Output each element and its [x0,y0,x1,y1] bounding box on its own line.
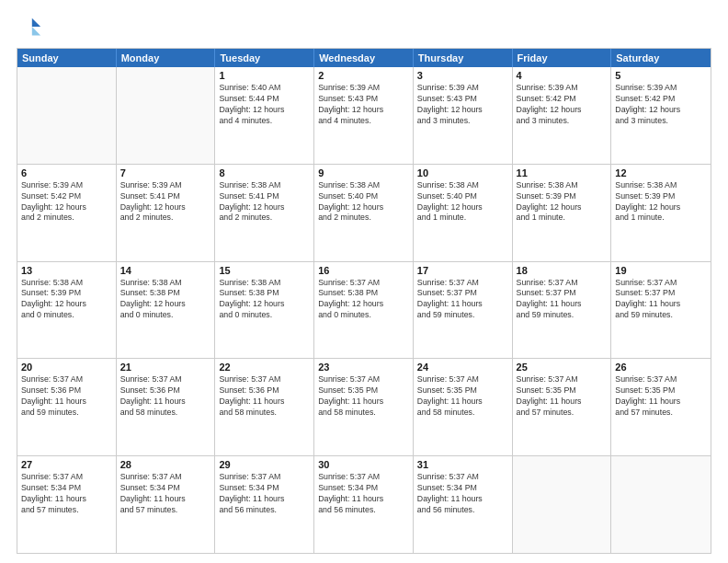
header-cell-saturday: Saturday [611,49,711,67]
cell-content: Sunrise: 5:40 AM Sunset: 5:44 PM Dayligh… [219,83,310,127]
calendar-cell: 18Sunrise: 5:37 AM Sunset: 5:37 PM Dayli… [513,262,612,359]
day-number: 25 [517,362,608,373]
cell-content: Sunrise: 5:39 AM Sunset: 5:43 PM Dayligh… [417,83,508,127]
day-number: 4 [517,70,608,81]
cell-content: Sunrise: 5:37 AM Sunset: 5:34 PM Dayligh… [21,472,112,516]
calendar-cell: 24Sunrise: 5:37 AM Sunset: 5:35 PM Dayli… [414,359,513,455]
calendar-body: 1Sunrise: 5:40 AM Sunset: 5:44 PM Daylig… [17,67,711,553]
day-number: 7 [120,167,211,178]
day-number: 31 [417,459,508,470]
day-number: 18 [517,265,608,276]
day-number: 17 [417,265,508,276]
day-number: 30 [318,459,409,470]
calendar-cell: 3Sunrise: 5:39 AM Sunset: 5:43 PM Daylig… [414,67,513,164]
day-number: 19 [615,265,707,276]
calendar-cell: 30Sunrise: 5:37 AM Sunset: 5:34 PM Dayli… [314,456,414,553]
calendar-row: 6Sunrise: 5:39 AM Sunset: 5:42 PM Daylig… [17,164,711,261]
cell-content: Sunrise: 5:39 AM Sunset: 5:42 PM Dayligh… [21,180,112,224]
calendar-cell: 17Sunrise: 5:37 AM Sunset: 5:37 PM Dayli… [414,262,513,359]
cell-content: Sunrise: 5:37 AM Sunset: 5:36 PM Dayligh… [120,374,211,419]
day-number: 27 [21,459,112,470]
header [17,15,711,40]
calendar-cell: 19Sunrise: 5:37 AM Sunset: 5:37 PM Dayli… [611,262,711,359]
header-cell-tuesday: Tuesday [215,49,314,67]
cell-content: Sunrise: 5:37 AM Sunset: 5:37 PM Dayligh… [615,278,707,322]
calendar-cell: 5Sunrise: 5:39 AM Sunset: 5:42 PM Daylig… [611,67,711,164]
calendar-row: 20Sunrise: 5:37 AM Sunset: 5:36 PM Dayli… [17,358,711,455]
day-number: 22 [219,362,310,373]
cell-content: Sunrise: 5:37 AM Sunset: 5:36 PM Dayligh… [21,374,112,419]
header-cell-monday: Monday [117,49,216,67]
calendar-cell: 12Sunrise: 5:38 AM Sunset: 5:39 PM Dayli… [611,165,711,261]
day-number: 15 [219,265,310,276]
header-cell-wednesday: Wednesday [314,49,414,67]
calendar-cell [611,456,711,553]
day-number: 13 [21,265,112,276]
calendar-cell: 29Sunrise: 5:37 AM Sunset: 5:34 PM Dayli… [215,456,314,553]
calendar-cell [17,67,117,164]
header-cell-thursday: Thursday [414,49,513,67]
day-number: 24 [417,362,508,373]
calendar-cell: 26Sunrise: 5:37 AM Sunset: 5:35 PM Dayli… [611,359,711,455]
day-number: 5 [615,70,707,81]
calendar-cell: 31Sunrise: 5:37 AM Sunset: 5:34 PM Dayli… [414,456,513,553]
day-number: 10 [417,167,508,178]
calendar-row: 27Sunrise: 5:37 AM Sunset: 5:34 PM Dayli… [17,455,711,553]
svg-marker-1 [32,27,40,35]
calendar: SundayMondayTuesdayWednesdayThursdayFrid… [17,48,711,554]
day-number: 1 [219,70,310,81]
cell-content: Sunrise: 5:37 AM Sunset: 5:35 PM Dayligh… [615,374,707,419]
logo [17,15,44,40]
calendar-cell: 28Sunrise: 5:37 AM Sunset: 5:34 PM Dayli… [117,456,216,553]
cell-content: Sunrise: 5:37 AM Sunset: 5:36 PM Dayligh… [219,374,310,419]
calendar-cell: 8Sunrise: 5:38 AM Sunset: 5:41 PM Daylig… [215,165,314,261]
calendar-row: 13Sunrise: 5:38 AM Sunset: 5:39 PM Dayli… [17,261,711,359]
day-number: 11 [517,167,608,178]
svg-marker-0 [32,18,40,27]
day-number: 3 [417,70,508,81]
calendar-cell: 23Sunrise: 5:37 AM Sunset: 5:35 PM Dayli… [314,359,414,455]
calendar-cell: 14Sunrise: 5:38 AM Sunset: 5:38 PM Dayli… [117,262,216,359]
cell-content: Sunrise: 5:37 AM Sunset: 5:37 PM Dayligh… [417,278,508,322]
calendar-cell: 4Sunrise: 5:39 AM Sunset: 5:42 PM Daylig… [513,67,612,164]
day-number: 12 [615,167,707,178]
day-number: 6 [21,167,112,178]
cell-content: Sunrise: 5:39 AM Sunset: 5:42 PM Dayligh… [615,83,707,127]
cell-content: Sunrise: 5:38 AM Sunset: 5:40 PM Dayligh… [417,180,508,224]
calendar-cell: 2Sunrise: 5:39 AM Sunset: 5:43 PM Daylig… [314,67,414,164]
calendar-cell: 7Sunrise: 5:39 AM Sunset: 5:41 PM Daylig… [117,165,216,261]
calendar-cell: 13Sunrise: 5:38 AM Sunset: 5:39 PM Dayli… [17,262,117,359]
calendar-cell: 22Sunrise: 5:37 AM Sunset: 5:36 PM Dayli… [215,359,314,455]
calendar-header: SundayMondayTuesdayWednesdayThursdayFrid… [17,49,711,67]
calendar-cell [117,67,216,164]
calendar-cell [513,456,612,553]
day-number: 20 [21,362,112,373]
day-number: 28 [120,459,211,470]
day-number: 16 [318,265,409,276]
cell-content: Sunrise: 5:37 AM Sunset: 5:34 PM Dayligh… [120,472,211,516]
cell-content: Sunrise: 5:38 AM Sunset: 5:41 PM Dayligh… [219,180,310,224]
day-number: 29 [219,459,310,470]
day-number: 23 [318,362,409,373]
calendar-cell: 27Sunrise: 5:37 AM Sunset: 5:34 PM Dayli… [17,456,117,553]
day-number: 14 [120,265,211,276]
header-cell-friday: Friday [513,49,612,67]
calendar-cell: 1Sunrise: 5:40 AM Sunset: 5:44 PM Daylig… [215,67,314,164]
calendar-cell: 16Sunrise: 5:37 AM Sunset: 5:38 PM Dayli… [314,262,414,359]
calendar-cell: 6Sunrise: 5:39 AM Sunset: 5:42 PM Daylig… [17,165,117,261]
cell-content: Sunrise: 5:37 AM Sunset: 5:35 PM Dayligh… [517,374,608,419]
calendar-row: 1Sunrise: 5:40 AM Sunset: 5:44 PM Daylig… [17,67,711,164]
day-number: 8 [219,167,310,178]
cell-content: Sunrise: 5:38 AM Sunset: 5:39 PM Dayligh… [517,180,608,224]
calendar-cell: 25Sunrise: 5:37 AM Sunset: 5:35 PM Dayli… [513,359,612,455]
cell-content: Sunrise: 5:38 AM Sunset: 5:38 PM Dayligh… [120,278,211,322]
cell-content: Sunrise: 5:38 AM Sunset: 5:38 PM Dayligh… [219,278,310,322]
cell-content: Sunrise: 5:38 AM Sunset: 5:39 PM Dayligh… [615,180,707,224]
cell-content: Sunrise: 5:38 AM Sunset: 5:39 PM Dayligh… [21,278,112,322]
cell-content: Sunrise: 5:37 AM Sunset: 5:37 PM Dayligh… [517,278,608,322]
day-number: 21 [120,362,211,373]
day-number: 26 [615,362,707,373]
day-number: 9 [318,167,409,178]
calendar-cell: 21Sunrise: 5:37 AM Sunset: 5:36 PM Dayli… [117,359,216,455]
day-number: 2 [318,70,409,81]
